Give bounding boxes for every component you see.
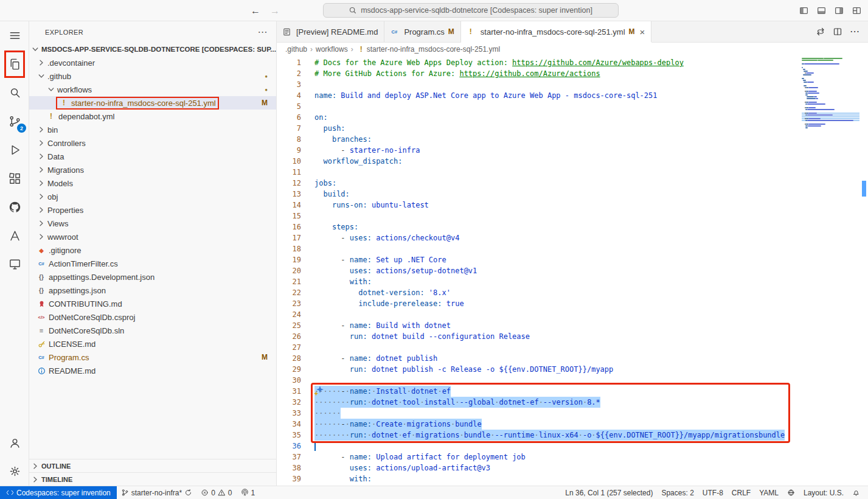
settings-icon[interactable] [0, 457, 29, 486]
code-line-10[interactable]: 10 workflow_dispatch: [277, 156, 859, 167]
code-line-11[interactable]: 11 [277, 167, 859, 178]
tree-item-appsettings-development-json[interactable]: {}appsettings.Development.json [29, 270, 276, 284]
code-line-38[interactable]: 38 uses: actions/upload-artifact@v3 [277, 462, 859, 473]
tree-item-controllers[interactable]: Controllers [29, 136, 276, 150]
code-line-37[interactable]: 37 - name: Upload artifact for deploymen… [277, 452, 859, 462]
code-line-19[interactable]: 19 - name: Set up .NET Core [277, 254, 859, 265]
code-line-33[interactable]: 33······ [277, 408, 859, 419]
code-line-36[interactable]: 36 [277, 441, 859, 452]
tree-item-devcontainer[interactable]: .devcontainer [29, 56, 276, 69]
code-line-8[interactable]: 8 branches: [277, 134, 859, 145]
status-eol[interactable]: CRLF [727, 486, 755, 499]
tree-item-models[interactable]: Models [29, 176, 276, 190]
account-icon[interactable] [0, 428, 29, 457]
toggle-secondary-sidebar-icon[interactable] [834, 5, 844, 16]
tree-item-github[interactable]: .github● [29, 69, 276, 83]
scrollbar[interactable] [859, 56, 868, 486]
code-line-27[interactable]: 27 [277, 342, 859, 353]
tree-item-actiontimerfilter-cs[interactable]: C#ActionTimerFilter.cs [29, 257, 276, 270]
tree-item-dependabot-yml[interactable]: !dependabot.yml [29, 110, 276, 123]
editor-code[interactable]: 1# Docs for the Azure Web Apps Deploy ac… [277, 56, 859, 486]
code-line-25[interactable]: 25 - name: Build with dotnet [277, 320, 859, 331]
more-actions-icon[interactable]: ⋯ [850, 29, 859, 35]
timeline-section[interactable]: TIMELINE [29, 472, 276, 486]
azure-icon[interactable] [0, 222, 29, 250]
code-line-2[interactable]: 2# More GitHub Actions for Azure: https:… [277, 68, 859, 79]
status-remote[interactable]: Codespaces: super invention [0, 486, 117, 499]
code-line-13[interactable]: 13 build: [277, 189, 859, 200]
github-icon[interactable] [0, 193, 29, 222]
close-tab-icon[interactable]: × [640, 27, 645, 37]
tree-item-obj[interactable]: obj [29, 190, 276, 203]
customize-layout-icon[interactable] [852, 5, 862, 16]
split-editor-icon[interactable] [833, 27, 842, 37]
tree-item-wwwroot[interactable]: wwwroot [29, 230, 276, 243]
status-cursor-position[interactable]: Ln 36, Col 1 (257 selected) [561, 486, 657, 499]
tree-item-migrations[interactable]: Migrations [29, 163, 276, 176]
code-line-18[interactable]: 18 [277, 243, 859, 254]
forward-button[interactable]: → [270, 5, 280, 16]
tree-item-bin[interactable]: bin [29, 123, 276, 136]
status-notifications[interactable] [848, 486, 864, 499]
status-ports[interactable]: 1 [237, 486, 260, 499]
search-icon[interactable] [0, 79, 29, 107]
tree-item-dotnetcoresqldb-sln[interactable]: ≡DotNetCoreSqlDb.sln [29, 324, 276, 337]
status-branch[interactable]: starter-no-infra* [117, 486, 196, 499]
code-line-5[interactable]: 5 [277, 101, 859, 112]
status-problems[interactable]: 00 [196, 486, 236, 499]
tab-starter-no-infra-msdocs-core-sql-251-yml[interactable]: !starter-no-infra_msdocs-core-sql-251.ym… [461, 21, 651, 42]
run-debug-icon[interactable] [0, 136, 29, 164]
code-line-16[interactable]: 16 steps: [277, 222, 859, 232]
remote-explorer-icon[interactable] [0, 250, 29, 279]
code-line-4[interactable]: 4name: Build and deploy ASP.Net Core app… [277, 90, 859, 101]
code-line-24[interactable]: 24 [277, 309, 859, 320]
toggle-panel-icon[interactable] [816, 5, 827, 16]
status-indentation[interactable]: Spaces: 2 [657, 486, 698, 499]
code-line-22[interactable]: 22 dotnet-version: '8.x' [277, 287, 859, 298]
code-line-23[interactable]: 23 include-prerelease: true [277, 298, 859, 309]
code-line-26[interactable]: 26 run: dotnet build --configuration Rel… [277, 331, 859, 342]
code-line-7[interactable]: 7 push: [277, 123, 859, 134]
code-line-35[interactable]: 35········run:·dotnet·ef·migrations·bund… [277, 430, 859, 441]
status-keyboard-layout-globe[interactable] [783, 486, 799, 499]
tree-item-appsettings-json[interactable]: {}appsettings.json [29, 284, 276, 297]
code-line-31[interactable]: 31······-·name:·Install·dotnet·ef [277, 386, 859, 397]
code-line-17[interactable]: 17 - uses: actions/checkout@v4 [277, 232, 859, 243]
tree-item-gitignore[interactable]: ◆.gitignore [29, 243, 276, 257]
tree-item-program-cs[interactable]: C#Program.csM [29, 351, 276, 364]
minimap[interactable] [802, 56, 859, 129]
tab-program-cs[interactable]: C#Program.csM [384, 21, 460, 42]
explorer-more-actions-icon[interactable]: ⋯ [258, 29, 268, 35]
tree-item-dotnetcoresqldb-csproj[interactable]: </>DotNetCoreSqlDb.csproj [29, 310, 276, 324]
open-changes-icon[interactable] [816, 27, 825, 37]
tree-item-contributing-md[interactable]: CONTRIBUTING.md [29, 297, 276, 310]
code-line-9[interactable]: 9 - starter-no-infra [277, 145, 859, 156]
status-encoding[interactable]: UTF-8 [698, 486, 727, 499]
breadcrumb-workflows[interactable]: workflows [316, 45, 348, 54]
code-line-20[interactable]: 20 uses: actions/setup-dotnet@v1 [277, 265, 859, 276]
tree-item-readme-md[interactable]: README.md [29, 364, 276, 377]
outline-section[interactable]: OUTLINE [29, 459, 276, 472]
tree-item-license-md[interactable]: LICENSE.md [29, 337, 276, 351]
code-line-6[interactable]: 6on: [277, 112, 859, 123]
code-line-15[interactable]: 15 [277, 211, 859, 222]
breadcrumb-starter-no-infra-msdocs-core-sql-251-yml[interactable]: !starter-no-infra_msdocs-core-sql-251.ym… [356, 44, 500, 54]
breadcrumb-github[interactable]: .github [285, 45, 307, 54]
status-language-mode[interactable]: YAML [755, 486, 783, 499]
extensions-icon[interactable] [0, 164, 29, 193]
code-line-28[interactable]: 28 - name: dotnet publish [277, 353, 859, 364]
toggle-sidebar-icon[interactable] [799, 5, 809, 16]
code-line-21[interactable]: 21 with: [277, 276, 859, 287]
code-line-12[interactable]: 12jobs: [277, 178, 859, 189]
tree-item-starter-no-infra-msdocs-core-sql-251-yml[interactable]: !starter-no-infra_msdocs-core-sql-251.ym… [29, 96, 276, 110]
tree-root-folder[interactable]: MSDOCS-APP-SERVICE-SQLDB-DOTNETCORE [COD… [29, 43, 276, 56]
back-button[interactable]: ← [251, 5, 260, 16]
tab-preview-readme-md[interactable]: [Preview] README.md [277, 21, 384, 42]
tree-item-views[interactable]: Views [29, 217, 276, 230]
code-line-32[interactable]: 32········run:·dotnet·tool·install·--glo… [277, 397, 859, 408]
code-line-14[interactable]: 14 runs-on: ubuntu-latest [277, 200, 859, 211]
tree-item-properties[interactable]: Properties [29, 203, 276, 217]
code-line-1[interactable]: 1# Docs for the Azure Web Apps Deploy ac… [277, 57, 859, 68]
code-line-34[interactable]: 34······-·name:·Create·migrations·bundle [277, 419, 859, 430]
code-line-30[interactable]: 30 [277, 375, 859, 386]
